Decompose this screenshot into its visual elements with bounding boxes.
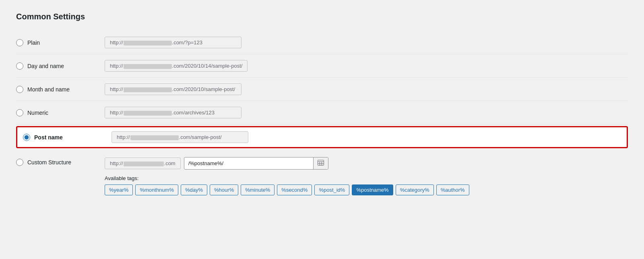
label-plain: Plain (27, 39, 40, 46)
tag-post-id[interactable]: %post_id% (314, 184, 349, 195)
radio-month-and-name[interactable] (16, 86, 23, 93)
radio-post-name[interactable] (23, 134, 30, 141)
custom-structure-input[interactable] (184, 158, 313, 169)
radio-plain[interactable] (16, 39, 23, 46)
custom-structure-content: http://.com Avail (105, 157, 469, 195)
url-prefix-day: http:// (110, 63, 123, 69)
available-tags-label: Available tags: (105, 175, 469, 181)
url-display-plain: http://.com/?p=123 (105, 37, 242, 48)
radio-label-month-and-name[interactable]: Month and name (16, 86, 105, 93)
row-post-name: Post name http://.com/sample-post/ (16, 126, 628, 148)
row-month-and-name: Month and name http://.com/2020/10/sampl… (16, 78, 628, 101)
table-icon[interactable] (313, 157, 328, 169)
blurred-domain-plain (124, 41, 172, 46)
blurred-domain-numeric (124, 111, 172, 116)
url-suffix-day: .com/2020/10/14/sample-post/ (172, 63, 243, 69)
blurred-domain-month (124, 87, 172, 92)
row-day-and-name: Day and name http://.com/2020/10/14/samp… (16, 54, 628, 78)
url-suffix-post-name: .com/sample-post/ (179, 134, 222, 140)
section-container: Common Settings Plain http://.com/?p=123… (16, 12, 628, 201)
url-prefix-plain: http:// (110, 39, 123, 46)
radio-label-plain[interactable]: Plain (16, 39, 105, 46)
label-month-and-name: Month and name (27, 86, 70, 93)
url-prefix-month: http:// (110, 86, 123, 92)
label-custom: Custom Structure (27, 159, 71, 166)
tag-year[interactable]: %year% (105, 184, 133, 195)
label-numeric: Numeric (27, 110, 48, 116)
row-plain: Plain http://.com/?p=123 (16, 31, 628, 54)
custom-url-static: http://.com (105, 157, 181, 169)
radio-custom[interactable] (16, 159, 23, 166)
url-display-post-name: http://.com/sample-post/ (111, 131, 248, 143)
tag-monthnum[interactable]: %monthnum% (135, 184, 178, 195)
tag-hour[interactable]: %hour% (210, 184, 238, 195)
tag-day[interactable]: %day% (181, 184, 207, 195)
radio-numeric[interactable] (16, 109, 23, 116)
svg-rect-0 (318, 160, 324, 166)
row-custom-structure: Custom Structure http://.com (16, 150, 628, 201)
radio-label-numeric[interactable]: Numeric (16, 109, 105, 116)
url-prefix-numeric: http:// (110, 110, 123, 116)
url-suffix-month: .com/2020/10/sample-post/ (172, 86, 235, 92)
radio-label-custom[interactable]: Custom Structure (16, 159, 105, 166)
radio-label-post-name[interactable]: Post name (23, 134, 111, 141)
url-prefix-post-name: http:// (117, 134, 130, 140)
custom-input-wrapper (184, 157, 328, 170)
tags-list: %year% %monthnum% %day% %hour% %minute% … (105, 184, 469, 195)
tag-minute[interactable]: %minute% (241, 184, 275, 195)
blurred-domain-day (124, 64, 172, 69)
tag-second[interactable]: %second% (277, 184, 312, 195)
available-tags-section: Available tags: %year% %monthnum% %day% … (105, 175, 469, 195)
url-suffix-plain: .com/?p=123 (172, 39, 203, 46)
url-display-numeric: http://.com/archives/123 (105, 107, 242, 118)
url-display-month-and-name: http://.com/2020/10/sample-post/ (105, 83, 242, 95)
radio-day-and-name[interactable] (16, 62, 23, 70)
url-display-day-and-name: http://.com/2020/10/14/sample-post/ (105, 60, 248, 72)
tag-category[interactable]: %category% (396, 184, 434, 195)
blurred-domain-custom (124, 162, 164, 166)
tag-author[interactable]: %author% (436, 184, 469, 195)
row-numeric: Numeric http://.com/archives/123 (16, 101, 628, 124)
blurred-domain-post-name (130, 135, 179, 140)
url-suffix-numeric: .com/archives/123 (172, 110, 215, 116)
section-title: Common Settings (16, 12, 628, 21)
radio-label-day-and-name[interactable]: Day and name (16, 62, 105, 70)
label-day-and-name: Day and name (27, 63, 64, 69)
tag-postname[interactable]: %postname% (352, 184, 393, 195)
label-post-name: Post name (34, 134, 63, 141)
